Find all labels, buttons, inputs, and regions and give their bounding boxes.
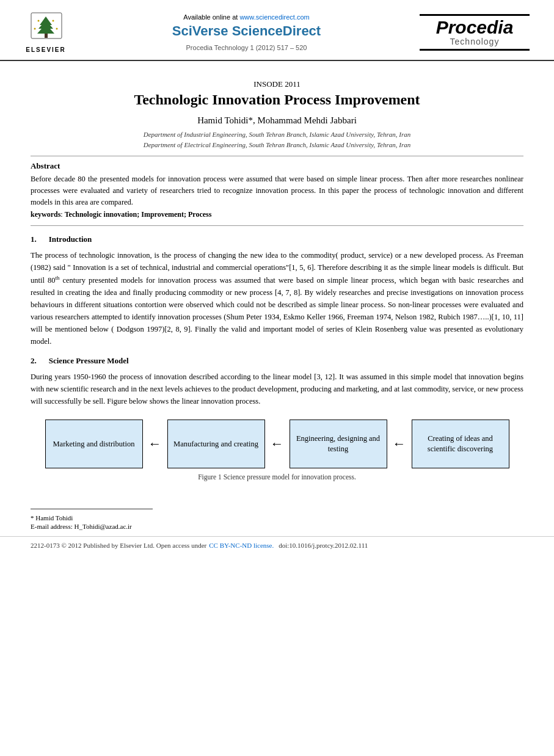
section1-title: Introduction: [49, 234, 92, 244]
footnote-email: E-mail address: H_Tohidi@azad.ac.ir: [31, 523, 554, 530]
title-divider: [31, 156, 523, 156]
header-right: Procedia Technology: [420, 14, 530, 51]
svg-point-6: [52, 20, 54, 22]
diagram-box-3: Engineering, designing and testing: [290, 420, 387, 468]
footnote-divider: [31, 509, 153, 512]
diagram-box-4: Creating of ideas and scientific discove…: [412, 420, 509, 468]
elsevier-logo: ELSEVIER: [18, 11, 73, 54]
license-link[interactable]: CC BY-NC-ND license.: [209, 542, 274, 549]
section1-body: The process of technologic innovation, i…: [31, 249, 523, 347]
paper-authors: Hamid Tohidi*, Mohammad Mehdi Jabbari: [31, 115, 523, 126]
paper-affiliation: Department of Industrial Engineering, So…: [31, 129, 523, 150]
header-left: ELSEVIER: [18, 11, 73, 54]
available-online: Available online at www.sciencedirect.co…: [86, 13, 407, 21]
section2-body: During years 1950-1960 the process of in…: [31, 371, 523, 407]
paper-conference: INSODE 2011: [31, 79, 523, 89]
diagram-box-1: Marketing and distribution: [45, 420, 143, 468]
header: ELSEVIER Available online at www.science…: [0, 0, 554, 61]
content: INSODE 2011 Technologic Innovation Proce…: [0, 61, 554, 503]
doi-text: doi:10.1016/j.protcy.2012.02.111: [279, 542, 368, 549]
page: ELSEVIER Available online at www.science…: [0, 0, 554, 756]
page-footer: 2212-0173 © 2012 Published by Elsevier L…: [0, 536, 554, 554]
abstract-text: Before decade 80 the presented models fo…: [31, 173, 523, 208]
keywords-label: keywords: [31, 210, 60, 219]
procedia-box: Procedia Technology: [420, 14, 530, 51]
journal-name: Procedia Technology 1 (2012) 517 – 520: [86, 44, 407, 51]
section2-heading: 2.Science Pressure Model: [31, 356, 523, 366]
arrow-icon-1: ←: [143, 436, 167, 452]
innovation-diagram: Marketing and distribution ← Manufacturi…: [31, 420, 523, 468]
section1-heading: 1.Introduction: [31, 234, 523, 244]
sciencedirect-link[interactable]: www.sciencedirect.com: [239, 13, 309, 21]
procedia-subtitle: Technology: [426, 37, 523, 46]
svg-rect-1: [45, 33, 48, 38]
diagram-box-2: Manufacturing and creating: [167, 420, 265, 468]
svg-point-5: [37, 20, 39, 22]
abstract-label: Abstract: [31, 161, 523, 171]
svg-point-7: [34, 28, 35, 30]
arrow-icon-3: ←: [387, 436, 412, 452]
header-center: Available online at www.sciencedirect.co…: [73, 13, 420, 51]
svg-point-8: [56, 28, 57, 30]
figure-caption: Figure 1 Science pressure model for inno…: [31, 473, 523, 481]
arrow-icon-2: ←: [265, 436, 290, 452]
email-label: E-mail address:: [31, 523, 73, 530]
elsevier-tree-icon: [26, 12, 66, 45]
elsevier-label: ELSEVIER: [26, 46, 65, 53]
procedia-title: Procedia: [426, 18, 523, 37]
keywords-values: Technologic innovation; Improvement; Pro…: [65, 210, 212, 219]
section1-number: 1.: [31, 234, 37, 244]
copyright-text: 2212-0173 © 2012 Published by Elsevier L…: [31, 542, 206, 549]
affiliation-line2: Department of Electrical Engineering, So…: [31, 140, 523, 150]
section2-number: 2.: [31, 356, 37, 365]
paper-title: Technologic Innovation Process Improveme…: [31, 92, 523, 108]
section2-title: Science Pressure Model: [49, 356, 129, 365]
sciverse-title: SciVerse ScienceDirect: [86, 23, 407, 39]
email-value: H_Tohidi@azad.ac.ir: [74, 523, 131, 530]
abstract-divider: [31, 225, 523, 226]
footnote-author: * Hamid Tohidi: [31, 514, 554, 522]
affiliation-line1: Department of Industrial Engineering, So…: [31, 129, 523, 140]
keywords: keywords: Technologic innovation; Improv…: [31, 210, 523, 219]
